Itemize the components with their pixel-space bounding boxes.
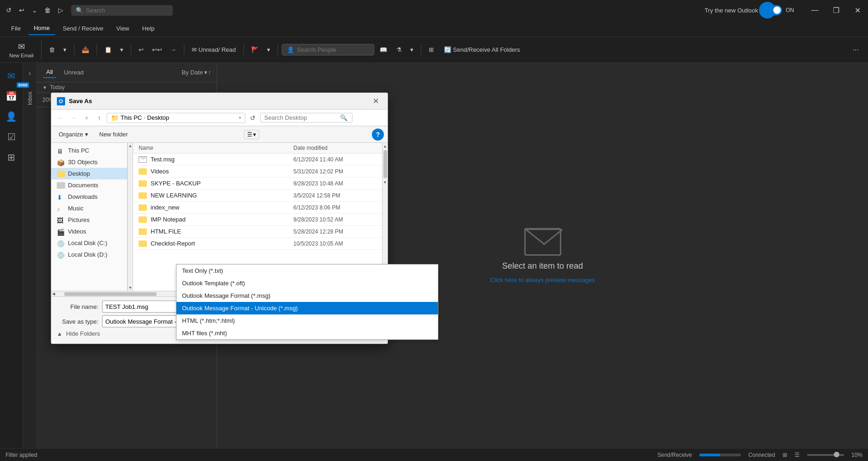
- menu-help[interactable]: Help: [137, 22, 160, 35]
- sidebar-item-tasks[interactable]: ☑: [2, 128, 21, 146]
- flag-button[interactable]: 🚩: [248, 44, 262, 55]
- close-button[interactable]: ✕: [847, 0, 868, 20]
- sort-by-date-button[interactable]: By Date ▾ ↑: [182, 69, 211, 76]
- sidebar-item-apps[interactable]: ⊞: [2, 148, 21, 166]
- search-people-box[interactable]: 👤: [282, 44, 374, 55]
- sidebar-this-pc[interactable]: This PC: [51, 145, 127, 156]
- menu-file[interactable]: File: [6, 22, 26, 35]
- dialog-refresh-button[interactable]: ↺: [247, 112, 258, 123]
- dropdown-outlook-msg-unicode[interactable]: Outlook Message Format - Unicode (*.msg): [176, 302, 438, 314]
- sidebar-scroll-up[interactable]: ▲: [128, 144, 132, 148]
- title-search-input[interactable]: [86, 7, 160, 14]
- expand-folder-panel-button[interactable]: ›: [27, 68, 33, 79]
- scroll-down-arrow[interactable]: ▼: [383, 180, 388, 184]
- redo-dropdown-icon[interactable]: ⌄: [30, 5, 40, 15]
- breadcrumb-dropdown-arrow[interactable]: ▾: [239, 115, 241, 120]
- dialog-search-box[interactable]: 🔍: [260, 113, 352, 123]
- new-folder-button[interactable]: New folder: [96, 129, 132, 140]
- hscroll-thumb[interactable]: [64, 292, 157, 296]
- menu-send-receive[interactable]: Send / Receive: [57, 22, 109, 35]
- dropdown-outlook-template[interactable]: Outlook Template (*.oft): [176, 277, 438, 289]
- list-view-icon[interactable]: ☰: [795, 452, 800, 458]
- title-search-bar[interactable]: 🔍: [71, 5, 173, 16]
- dialog-back-button[interactable]: ←: [55, 112, 66, 123]
- scroll-thumb[interactable]: [383, 150, 387, 178]
- file-row-imp-notepad[interactable]: IMP Notepad 9/28/2023 10:52 AM: [133, 214, 382, 226]
- sidebar-scrollbar[interactable]: ▲ ▼: [127, 143, 133, 291]
- minimize-button[interactable]: —: [804, 0, 826, 20]
- send-receive-all-button[interactable]: 🔄 Send/Receive All Folders: [439, 44, 525, 55]
- ribbon-more-button[interactable]: ···: [849, 44, 862, 56]
- file-row-html-file[interactable]: HTML FILE 5/28/2024 12:28 PM: [133, 226, 382, 238]
- sidebar-3d-objects[interactable]: 3D Objects: [51, 156, 127, 168]
- breadcrumb-this-pc[interactable]: This PC: [121, 114, 142, 121]
- search-people-input[interactable]: [297, 46, 362, 53]
- sidebar-local-disk-c[interactable]: Local Disk (C:): [51, 237, 127, 249]
- dropdown-text-only[interactable]: Text Only (*.txt): [176, 264, 438, 277]
- file-row-index-new[interactable]: index_new 6/12/2023 8:06 PM: [133, 202, 382, 214]
- dialog-view-toggle[interactable]: ☰ ▾: [244, 130, 259, 139]
- hscroll-left-arrow[interactable]: ◀: [52, 292, 55, 296]
- dropdown-html[interactable]: HTML (*.htm;*.html): [176, 314, 438, 327]
- filter-applied-label: Filter applied: [6, 452, 37, 458]
- hide-folders-button[interactable]: Hide Folders: [66, 330, 100, 337]
- filter-button[interactable]: ⚗: [393, 44, 406, 55]
- always-preview-link[interactable]: Click here to always preview messages: [490, 277, 595, 283]
- zoom-slider[interactable]: [807, 454, 844, 456]
- forward-button[interactable]: →: [167, 44, 180, 55]
- dialog-search-input[interactable]: [264, 114, 338, 121]
- dropdown-outlook-msg[interactable]: Outlook Message Format (*.msg): [176, 289, 438, 302]
- delete-dropdown[interactable]: ▾: [60, 44, 70, 55]
- dialog-up-button[interactable]: ↑: [94, 112, 105, 123]
- move-dropdown[interactable]: ▾: [116, 44, 127, 55]
- sidebar-music[interactable]: Music: [51, 203, 127, 214]
- organize-button[interactable]: Organize ▾: [55, 129, 92, 140]
- sidebar-pictures[interactable]: Pictures: [51, 214, 127, 226]
- dialog-help-button[interactable]: ?: [372, 129, 384, 141]
- sidebar-downloads[interactable]: Downloads: [51, 191, 127, 203]
- archive-button[interactable]: 📥: [78, 44, 93, 55]
- file-row-checklist-report[interactable]: Checklist-Report 10/5/2023 10:05 AM: [133, 238, 382, 250]
- dialog-breadcrumb[interactable]: 📁 This PC › Desktop ▾: [107, 113, 245, 123]
- sidebar-item-calendar[interactable]: 📅: [2, 87, 21, 105]
- menu-view[interactable]: View: [111, 22, 135, 35]
- new-email-button[interactable]: ✉ New Email: [6, 40, 37, 60]
- dialog-close-button[interactable]: ✕: [369, 95, 382, 108]
- dropdown-mht[interactable]: MHT files (*.mht): [176, 327, 438, 339]
- restore-button[interactable]: ❐: [826, 0, 847, 20]
- address-book-button[interactable]: 📖: [376, 44, 391, 55]
- dialog-history-button[interactable]: ▾: [81, 112, 92, 123]
- file-row-test-msg[interactable]: Test.msg 6/12/2024 11:40 AM: [133, 154, 382, 166]
- scroll-up-arrow[interactable]: ▲: [383, 144, 388, 148]
- unread-button[interactable]: ✉ Unread/ Read: [188, 44, 240, 55]
- menu-home[interactable]: Home: [28, 22, 55, 35]
- file-date-html-file: 5/28/2024 12:28 PM: [293, 228, 376, 235]
- sidebar-desktop[interactable]: Desktop: [51, 168, 127, 179]
- file-row-skype-backup[interactable]: SKYPE - BACKUP 9/28/2023 10:48 AM: [133, 178, 382, 190]
- dialog-forward-button[interactable]: →: [68, 112, 79, 123]
- breadcrumb-desktop[interactable]: Desktop: [147, 114, 170, 121]
- sidebar-scroll-down[interactable]: ▼: [128, 286, 132, 290]
- tab-unread[interactable]: Unread: [60, 67, 87, 78]
- file-row-new-learning[interactable]: NEW LEARNING 3/5/2024 12:58 PM: [133, 190, 382, 202]
- refresh-icon[interactable]: ↺: [4, 5, 14, 15]
- move-button[interactable]: 📋: [101, 44, 115, 55]
- view-button[interactable]: ⊞: [425, 44, 437, 55]
- reply-back-button[interactable]: ↩: [135, 44, 147, 55]
- sidebar-item-people[interactable]: 👤: [2, 107, 21, 126]
- tab-all[interactable]: All: [42, 67, 56, 78]
- filter-dropdown[interactable]: ▾: [407, 44, 417, 55]
- view-switch-icon[interactable]: ⊞: [783, 452, 787, 458]
- reply-all-button[interactable]: ↩↩: [148, 44, 166, 55]
- file-row-videos[interactable]: Videos 5/31/2024 12:02 PM: [133, 166, 382, 178]
- delete-icon[interactable]: 🗑: [42, 5, 53, 15]
- forward-icon[interactable]: ▷: [55, 5, 66, 15]
- sidebar-documents[interactable]: Documents: [51, 179, 127, 191]
- file-name-checklist-report: Checklist-Report: [151, 240, 293, 247]
- sidebar-videos[interactable]: Videos: [51, 226, 127, 237]
- delete-button[interactable]: 🗑: [45, 44, 59, 55]
- new-outlook-toggle[interactable]: [762, 5, 782, 15]
- undo-icon[interactable]: ↩: [17, 5, 27, 15]
- flag-dropdown[interactable]: ▾: [263, 44, 274, 55]
- sidebar-local-disk-d[interactable]: Local Disk (D:): [51, 249, 127, 260]
